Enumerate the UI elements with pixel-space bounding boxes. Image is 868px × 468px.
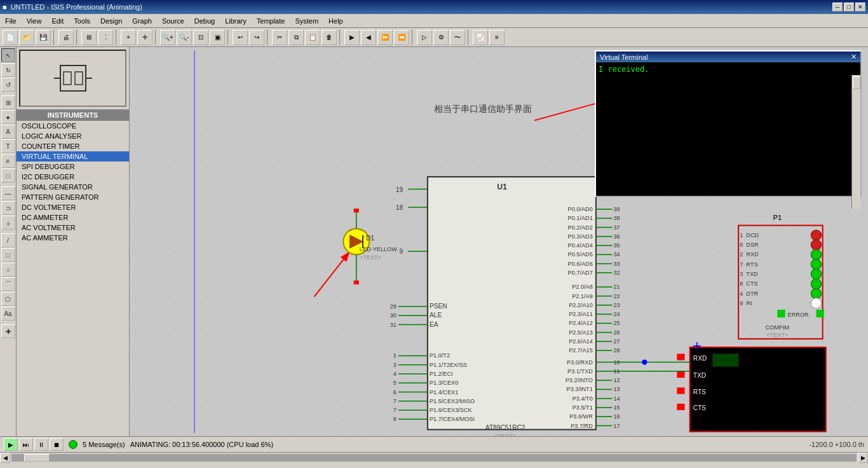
arc-tool[interactable]: ⌒ <box>1 277 15 291</box>
tb-chart[interactable]: 📈 <box>473 30 488 45</box>
menu-view[interactable]: View <box>22 14 47 27</box>
delete-button[interactable]: 🗑 <box>322 30 337 45</box>
rotate-tool[interactable]: ↻ <box>1 63 15 77</box>
select-tool[interactable]: ↖ <box>1 48 15 62</box>
instrument-counter-timer[interactable]: COUNTER TIMER <box>17 141 129 151</box>
tb-extra4[interactable]: ⏪ <box>394 30 409 45</box>
instrument-signal-generator[interactable]: SIGNAL GENERATOR <box>17 182 129 192</box>
instrument-dc-voltmeter[interactable]: DC VOLTMETER <box>17 202 129 212</box>
pause-button[interactable]: ⏸ <box>34 438 48 451</box>
tb-debug[interactable]: ⚙ <box>433 30 449 45</box>
redo-button[interactable]: ↪ <box>249 30 264 45</box>
minimize-button[interactable]: ─ <box>832 3 843 11</box>
zoom-area-button[interactable]: ▣ <box>210 30 225 45</box>
menu-graph[interactable]: Graph <box>127 14 157 27</box>
scroll-right-button[interactable]: ▶ <box>858 453 868 463</box>
play-button[interactable]: ▶ <box>4 438 18 451</box>
instrument-i2c-debugger[interactable]: I2C DEBUGGER <box>17 172 129 182</box>
tb-list[interactable]: ≡ <box>489 30 505 45</box>
rotate-ccw-tool[interactable]: ↺ <box>1 78 15 92</box>
menu-file[interactable]: File <box>0 14 22 27</box>
vt-close-icon[interactable]: ✕ <box>851 53 857 61</box>
tb-extra3[interactable]: ⏩ <box>377 30 393 45</box>
menu-tools[interactable]: Tools <box>69 14 95 27</box>
instrument-logic-analyser[interactable]: LOGIC ANALYSER <box>17 131 129 141</box>
message-count: 5 Message(s) <box>83 441 125 448</box>
instrument-ac-voltmeter[interactable]: AC VOLTMETER <box>17 223 129 233</box>
text-annot-tool[interactable]: Aa <box>1 306 15 320</box>
zoom-in-button[interactable]: 🔍+ <box>160 30 175 45</box>
text-tool[interactable]: T <box>1 139 15 153</box>
rect-tool[interactable]: □ <box>1 248 15 262</box>
svg-text:DTR: DTR <box>746 291 758 297</box>
svg-text:26: 26 <box>613 329 620 336</box>
hscrollbar[interactable]: ◀ ▶ <box>0 452 868 463</box>
zoom-out-button[interactable]: 🔍- <box>177 30 192 45</box>
svg-text:TXD: TXD <box>746 271 758 277</box>
menu-template[interactable]: Template <box>252 14 290 27</box>
instrument-ac-ammeter[interactable]: AC AMMETER <box>17 233 129 243</box>
port-tool[interactable]: ⊃ <box>1 201 15 215</box>
maximize-button[interactable]: □ <box>844 3 854 11</box>
paste-button[interactable]: 📋 <box>305 30 320 45</box>
junction-tool[interactable]: ● <box>1 110 15 124</box>
print-button[interactable]: 🖨 <box>58 30 74 45</box>
menu-system[interactable]: System <box>290 14 323 27</box>
tb-move[interactable]: ✛ <box>137 30 153 45</box>
instrument-dc-ammeter[interactable]: DC AMMETER <box>17 212 129 223</box>
instrument-pattern-generator[interactable]: PATTERN GENERATOR <box>17 192 129 202</box>
menu-debug[interactable]: Debug <box>189 14 220 27</box>
undo-button[interactable]: ↩ <box>233 30 248 45</box>
tb-add[interactable]: + <box>121 30 136 45</box>
line-tool[interactable]: / <box>1 233 15 247</box>
svg-text:P1.5/CEX2/MISO: P1.5/CEX2/MISO <box>430 398 475 404</box>
tb-dots[interactable]: ⁚ <box>98 30 113 45</box>
label-tool[interactable]: A <box>1 125 15 139</box>
save-button[interactable]: 💾 <box>36 30 51 45</box>
tb-run[interactable]: ▷ <box>417 30 432 45</box>
component-tool[interactable]: ⊞ <box>1 95 15 109</box>
svg-text:P3.1/TXD: P3.1/TXD <box>567 368 593 375</box>
schematic-canvas[interactable]: Virtual Terminal ✕ I received. <box>130 47 868 436</box>
toolbar-separator-9 <box>468 30 470 45</box>
svg-rect-175 <box>712 354 738 366</box>
step-button[interactable]: ⏭ <box>19 438 33 451</box>
tb-extra2[interactable]: ◀ <box>361 30 376 45</box>
svg-point-166 <box>811 298 821 308</box>
cut-button[interactable]: ✂ <box>272 30 287 45</box>
instrument-spi-debugger[interactable]: SPI DEBUGGER <box>17 162 129 172</box>
vt-scrollbar[interactable] <box>851 75 860 209</box>
zoom-fit-button[interactable]: ⊡ <box>193 30 208 45</box>
scroll-track[interactable] <box>11 454 857 462</box>
svg-point-163 <box>811 288 821 298</box>
tb-extra1[interactable]: ▶ <box>344 30 360 45</box>
circle-tool[interactable]: ○ <box>1 263 15 277</box>
svg-text:9: 9 <box>399 248 403 255</box>
stop-button[interactable]: ⏹ <box>50 438 64 451</box>
bus-tool[interactable]: ≡ <box>1 154 15 168</box>
svg-point-184 <box>642 360 647 365</box>
terminal-tool[interactable]: — <box>1 186 15 200</box>
menu-library[interactable]: Library <box>220 14 252 27</box>
power-tool[interactable]: ⏚ <box>1 216 15 230</box>
copy-button[interactable]: ⧉ <box>288 30 304 45</box>
poly-tool[interactable]: ⬠ <box>1 292 15 306</box>
menu-design[interactable]: Design <box>95 14 127 27</box>
new-button[interactable]: 📄 <box>3 30 18 45</box>
instrument-oscilloscope[interactable]: OSCILLOSCOPE <box>17 121 129 131</box>
svg-point-154 <box>811 259 821 270</box>
tb-grid[interactable]: ⊞ <box>81 30 97 45</box>
instrument-virtual-terminal[interactable]: VIRTUAL TERMINAL <box>17 151 129 162</box>
subcircuit-tool[interactable]: □ <box>1 169 15 182</box>
menu-source[interactable]: Source <box>157 14 189 27</box>
svg-text:3: 3 <box>393 362 397 368</box>
svg-text:25: 25 <box>613 320 620 326</box>
open-button[interactable]: 📂 <box>19 30 34 45</box>
close-button[interactable]: ✕ <box>855 3 865 11</box>
scroll-thumb[interactable] <box>24 454 50 462</box>
tb-wave[interactable]: 〜 <box>450 30 465 45</box>
marker-tool[interactable]: ✚ <box>1 324 15 338</box>
scroll-left-button[interactable]: ◀ <box>0 453 10 463</box>
menu-edit[interactable]: Edit <box>46 14 69 27</box>
menu-help[interactable]: Help <box>323 14 348 27</box>
